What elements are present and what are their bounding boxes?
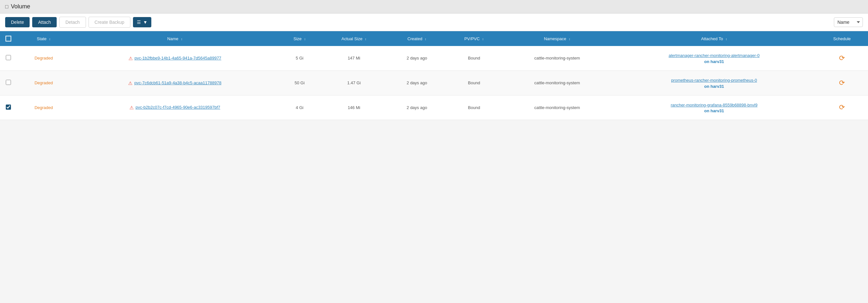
volumes-table: State ↕ Name ↕ Size ↕ Actual Size ↕ Crea…: [0, 31, 868, 120]
name-sort-icon: ↕: [181, 37, 183, 41]
row-checkbox-1[interactable]: [6, 55, 11, 60]
row-size: 50 Gi: [279, 70, 320, 95]
attached-sort-icon: ↕: [725, 37, 727, 41]
attach-button[interactable]: Attach: [32, 17, 57, 27]
row-namespace: cattle-monitoring-system: [502, 46, 612, 70]
schedule-icon[interactable]: ⟳: [839, 54, 845, 62]
row-name[interactable]: ⚠ pvc-1b2fbbe9-14b1-4a65-941a-7d5645a899…: [71, 46, 279, 70]
dropdown-arrow: ▼: [143, 20, 148, 25]
delete-button[interactable]: Delete: [5, 17, 30, 27]
detach-button[interactable]: Detach: [59, 17, 86, 28]
row-created: 2 days ago: [388, 70, 446, 95]
attached-host: on harv31: [704, 84, 724, 89]
row-actual-size: 147 Mi: [320, 46, 388, 70]
row-checkbox-cell: [0, 95, 17, 120]
row-attached-to[interactable]: alertmanager-rancher-monitoring-alertman…: [612, 46, 816, 70]
row-size: 4 Gi: [279, 95, 320, 120]
page-header: □ Volume: [0, 0, 868, 13]
database-icon: □: [5, 4, 8, 10]
row-checkbox-cell: [0, 70, 17, 95]
th-size[interactable]: Size ↕: [279, 31, 320, 46]
warning-icon: ⚠: [128, 56, 133, 61]
row-checkbox-3[interactable]: [6, 105, 11, 110]
row-pv-pvc: Bound: [446, 46, 502, 70]
row-pv-pvc: Bound: [446, 95, 502, 120]
attached-to-link[interactable]: alertmanager-rancher-monitoring-alertman…: [669, 53, 760, 58]
row-state: Degraded: [17, 95, 71, 120]
row-actual-size: 1.47 Gi: [320, 70, 388, 95]
list-icon: ☰: [137, 20, 141, 25]
row-state: Degraded: [17, 70, 71, 95]
schedule-icon[interactable]: ⟳: [839, 79, 845, 87]
th-created[interactable]: Created ↕: [388, 31, 446, 46]
row-checkbox-cell: [0, 46, 17, 70]
table-row: Degraded ⚠ pvc-1b2fbbe9-14b1-4a65-941a-7…: [0, 46, 868, 70]
toolbar: Delete Attach Detach Create Backup ☰ ▼ N…: [0, 13, 868, 31]
table-row: Degraded ⚠ pvc-7c6dcb61-51a9-4a38-b4c5-a…: [0, 70, 868, 95]
volume-name-link[interactable]: pvc-b2b2c07c-f7cd-4965-90e6-ac3319597bf7: [135, 104, 220, 111]
row-pv-pvc: Bound: [446, 70, 502, 95]
attached-host: on harv31: [704, 59, 724, 64]
table-header-row: State ↕ Name ↕ Size ↕ Actual Size ↕ Crea…: [0, 31, 868, 46]
sort-select[interactable]: Name State Size Created: [834, 18, 863, 27]
attached-host: on harv31: [704, 108, 724, 113]
state-sort-icon: ↕: [49, 37, 51, 41]
row-namespace: cattle-monitoring-system: [502, 70, 612, 95]
row-namespace: cattle-monitoring-system: [502, 95, 612, 120]
table-row: Degraded ⚠ pvc-b2b2c07c-f7cd-4965-90e6-a…: [0, 95, 868, 120]
volume-name-link[interactable]: pvc-1b2fbbe9-14b1-4a65-941a-7d5645a89977: [134, 55, 221, 61]
size-sort-icon: ↕: [304, 37, 306, 41]
warning-icon: ⚠: [129, 105, 134, 111]
row-checkbox-2[interactable]: [6, 80, 11, 85]
th-name[interactable]: Name ↕: [71, 31, 279, 46]
th-attached-to[interactable]: Attached To ↕: [612, 31, 816, 46]
schedule-icon[interactable]: ⟳: [839, 103, 845, 111]
created-sort-icon: ↕: [425, 37, 426, 41]
row-schedule[interactable]: ⟳: [816, 95, 868, 120]
table-container: State ↕ Name ↕ Size ↕ Actual Size ↕ Crea…: [0, 31, 868, 120]
th-checkbox[interactable]: [0, 31, 17, 46]
actual-size-sort-icon: ↕: [365, 37, 366, 41]
page-title: Volume: [11, 3, 30, 10]
th-actual-size[interactable]: Actual Size ↕: [320, 31, 388, 46]
select-all-checkbox[interactable]: [5, 36, 11, 41]
row-created: 2 days ago: [388, 95, 446, 120]
row-attached-to[interactable]: prometheus-rancher-monitoring-prometheus…: [612, 70, 816, 95]
th-pv-pvc[interactable]: PV/PVC ↕: [446, 31, 502, 46]
pvpvc-sort-icon: ↕: [482, 37, 484, 41]
list-dropdown-button[interactable]: ☰ ▼: [133, 17, 151, 27]
namespace-sort-icon: ↕: [568, 37, 570, 41]
row-name[interactable]: ⚠ pvc-7c6dcb61-51a9-4a38-b4c5-acaa117889…: [71, 70, 279, 95]
row-created: 2 days ago: [388, 46, 446, 70]
row-actual-size: 146 Mi: [320, 95, 388, 120]
create-backup-button[interactable]: Create Backup: [89, 17, 131, 28]
row-name[interactable]: ⚠ pvc-b2b2c07c-f7cd-4965-90e6-ac3319597b…: [71, 95, 279, 120]
th-state[interactable]: State ↕: [17, 31, 71, 46]
attached-to-link[interactable]: prometheus-rancher-monitoring-prometheus…: [671, 78, 757, 83]
row-state: Degraded: [17, 46, 71, 70]
th-schedule: Schedule: [816, 31, 868, 46]
row-schedule[interactable]: ⟳: [816, 70, 868, 95]
row-schedule[interactable]: ⟳: [816, 46, 868, 70]
th-namespace[interactable]: Namespace ↕: [502, 31, 612, 46]
volume-name-link[interactable]: pvc-7c6dcb61-51a9-4a38-b4c5-acaa11788978: [134, 80, 221, 86]
attached-to-link[interactable]: rancher-monitoring-grafana-8559b68898-bn…: [671, 103, 757, 107]
row-attached-to[interactable]: rancher-monitoring-grafana-8559b68898-bn…: [612, 95, 816, 120]
warning-icon: ⚠: [128, 80, 132, 86]
row-size: 5 Gi: [279, 46, 320, 70]
